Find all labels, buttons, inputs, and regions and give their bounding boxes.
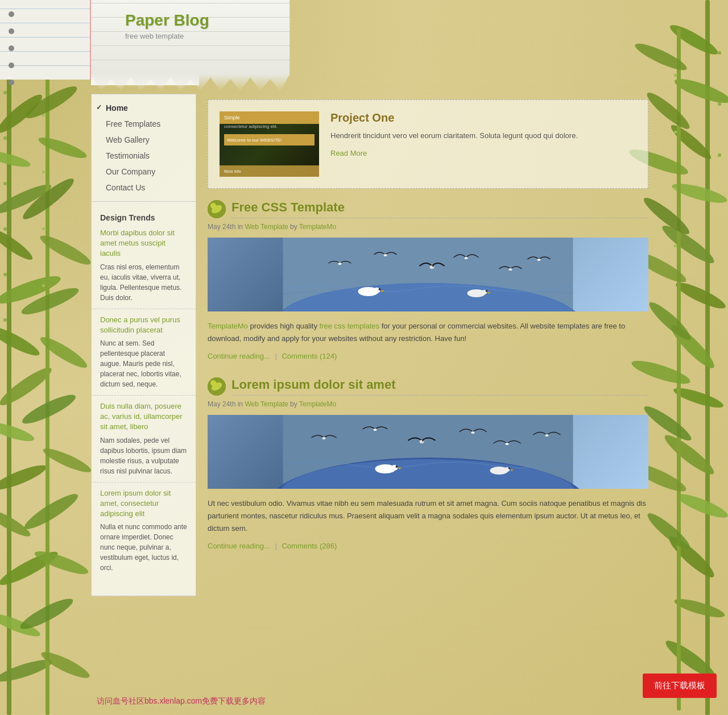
site-header: Paper Blog free web template — [0, 0, 728, 91]
svg-point-88 — [379, 288, 381, 290]
featured-description: Hendrerit tincidunt vero vel eorum clari… — [330, 130, 578, 142]
trend-desc-2: Nunc at sem. Sed pellentesque placerat a… — [100, 338, 187, 389]
featured-read-more[interactable]: Read More — [330, 149, 367, 157]
svg-point-53 — [672, 384, 725, 411]
nav-item-free-templates[interactable]: Free Templates — [92, 116, 196, 132]
thumb-footer: More Info — [220, 165, 319, 177]
download-button[interactable]: 前往下载模板 — [643, 674, 717, 698]
svg-rect-63 — [674, 244, 677, 247]
nav-item-testimonials[interactable]: Testimonials — [92, 148, 196, 164]
featured-thumbnail: Simple Lorem ipsum dolor sit amet,consec… — [220, 111, 319, 177]
post-1-category[interactable]: Web Template — [245, 223, 288, 231]
post-2-continue[interactable]: Continue reading... — [208, 542, 270, 550]
main-content: Simple Lorem ipsum dolor sit amet,consec… — [196, 94, 660, 596]
svg-rect-3 — [3, 136, 7, 140]
trend-desc-1: Cras nisl eros, elementum eu, iaculis vi… — [100, 262, 187, 303]
svg-point-32 — [19, 174, 77, 224]
trend-item-1: Morbi dapibus dolor sit amet metus susci… — [92, 228, 196, 309]
post-2-category[interactable]: Web Template — [245, 400, 288, 408]
svg-point-85 — [537, 259, 541, 261]
svg-point-39 — [32, 547, 90, 579]
post-2-seagull-image — [208, 415, 648, 489]
post-2-meta: May 24th in Web Template by TemplateMo — [208, 400, 648, 408]
post-2-title: Lorem ipsum dolor sit amet — [231, 377, 648, 396]
post-2-date: May 24th in — [208, 400, 243, 408]
trend-link-4[interactable]: Lorem ipsum dolor sit amet, consectetur … — [100, 488, 187, 519]
svg-point-106 — [396, 465, 398, 468]
svg-point-14 — [0, 271, 63, 308]
post-2-icon — [208, 377, 226, 396]
svg-rect-61 — [674, 131, 677, 134]
svg-point-51 — [673, 278, 728, 313]
svg-point-10 — [0, 90, 46, 138]
post-1-continue[interactable]: Continue reading... — [208, 352, 270, 360]
post-2-text: Ut nec vestibulum odio. Vivamus vitae ni… — [208, 497, 648, 535]
trend-link-3[interactable]: Duis nulla diam, posuere ac, varius id, … — [100, 401, 187, 433]
svg-rect-45 — [718, 153, 721, 157]
svg-rect-62 — [674, 188, 677, 190]
nav-label-home: Home — [106, 103, 128, 113]
post-2-by: by — [290, 400, 297, 408]
svg-rect-23 — [46, 0, 49, 715]
svg-rect-6 — [3, 273, 7, 276]
svg-point-12 — [0, 180, 53, 218]
post-1-author[interactable]: TemplateMo — [299, 223, 336, 231]
thumb-label: Simple — [224, 115, 240, 120]
svg-rect-44 — [718, 102, 721, 106]
svg-point-33 — [38, 231, 94, 269]
svg-point-21 — [0, 610, 42, 640]
nav-item-web-gallery[interactable]: Web Gallery — [92, 132, 196, 148]
svg-point-18 — [0, 461, 48, 494]
svg-rect-27 — [42, 227, 45, 230]
trend-item-2: Donec a purus vel purus sollicitudin pla… — [92, 315, 196, 396]
post-2-comments[interactable]: Comments (286) — [282, 542, 337, 550]
svg-point-19 — [0, 505, 33, 540]
post-2-author[interactable]: TemplateMo — [299, 400, 336, 408]
thumb-bar: Simple — [220, 111, 319, 124]
post-1-footer: Continue reading... | Comments (124) — [208, 352, 648, 360]
svg-point-56 — [665, 532, 718, 581]
nav-item-home[interactable]: Home — [92, 100, 196, 116]
svg-point-80 — [384, 254, 387, 256]
featured-info: Project One Hendrerit tincidunt vero vel… — [330, 111, 578, 158]
nav-label-free-templates: Free Templates — [106, 119, 160, 128]
svg-point-102 — [506, 443, 509, 445]
post-1-title-link[interactable]: Free CSS Template — [231, 200, 345, 214]
svg-rect-28 — [42, 284, 45, 287]
svg-point-57 — [673, 596, 726, 621]
svg-point-16 — [0, 363, 55, 410]
svg-point-82 — [432, 265, 434, 267]
sidebar: Home Free Templates Web Gallery Testimon… — [91, 94, 196, 596]
post-1-title: Free CSS Template — [231, 200, 648, 218]
featured-title: Project One — [330, 111, 578, 124]
trend-desc-3: Nam sodales, pede vel dapibus lobortis, … — [100, 435, 187, 476]
nav-item-our-company[interactable]: Our Company — [92, 164, 196, 180]
svg-point-79 — [338, 263, 342, 265]
post-1-separator: | — [275, 352, 279, 360]
svg-point-52 — [667, 321, 719, 373]
nav-item-contact-us[interactable]: Contact Us — [92, 180, 196, 196]
thumb-footer-text: More Info — [224, 169, 241, 173]
post-1-by: by — [290, 223, 297, 231]
post-2-title-link[interactable]: Lorem ipsum dolor sit amet — [231, 377, 396, 392]
leaf-icon-2 — [208, 377, 226, 396]
svg-point-37 — [41, 444, 93, 476]
trend-link-2[interactable]: Donec a purus vel purus sollicitudin pla… — [100, 315, 187, 335]
nav-label-testimonials: Testimonials — [106, 151, 150, 160]
trend-link-1[interactable]: Morbi dapibus dolor sit amet metus susci… — [100, 228, 187, 259]
post-2-header: Lorem ipsum dolor sit amet — [208, 377, 648, 396]
blog-post-2: Lorem ipsum dolor sit amet May 24th in W… — [208, 377, 648, 550]
svg-point-40 — [17, 594, 76, 634]
post-1-date: May 24th in — [208, 223, 243, 231]
svg-point-100 — [422, 440, 424, 442]
svg-point-103 — [545, 434, 549, 437]
site-subtitle: free web template — [125, 32, 278, 40]
nav-label-our-company: Our Company — [106, 167, 155, 176]
page-layout: Home Free Templates Web Gallery Testimon… — [91, 94, 660, 596]
post-1-body-link-templatemo[interactable]: TemplateMo — [208, 322, 248, 330]
svg-point-50 — [659, 221, 718, 268]
post-1-comments[interactable]: Comments (124) — [282, 352, 337, 360]
post-1-body-link-css[interactable]: free css templates — [320, 322, 380, 330]
nav-menu: Home Free Templates Web Gallery Testimon… — [92, 94, 196, 202]
svg-point-38 — [21, 489, 81, 534]
